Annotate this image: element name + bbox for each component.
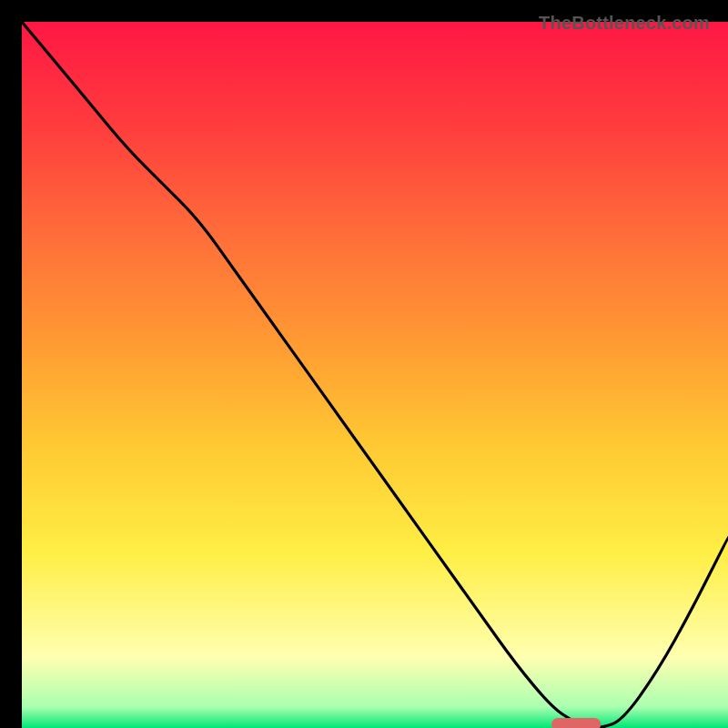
optimum-marker <box>551 718 601 728</box>
bottleneck-curve <box>22 22 728 728</box>
watermark-label: TheBottleneck.com <box>539 13 710 34</box>
chart-svg <box>22 22 728 728</box>
chart-plot-area <box>22 22 728 728</box>
chart-frame: TheBottleneck.com <box>0 0 728 728</box>
